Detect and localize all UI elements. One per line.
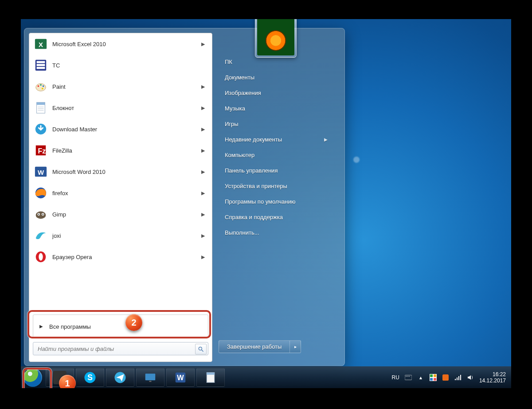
desktop-area[interactable]: XMicrosoft Excel 2010▶TCPaint▶Блокнот▶Do… (21, 19, 511, 388)
start-right-label: ПК (225, 59, 232, 65)
program-item[interactable]: Браузер Opera▶ (29, 246, 212, 267)
program-item[interactable]: XMicrosoft Excel 2010▶ (29, 33, 212, 55)
excel-icon: X (34, 37, 48, 51)
svg-rect-43 (408, 376, 408, 377)
shutdown-label: Завершение работы (219, 341, 289, 353)
program-item[interactable]: Download Master▶ (29, 118, 212, 140)
svg-rect-39 (207, 373, 215, 375)
program-label: FileZilla (52, 147, 197, 154)
svg-text:Fz: Fz (38, 147, 46, 155)
search-icon (198, 346, 204, 352)
program-item[interactable]: FzFileZilla▶ (29, 140, 212, 161)
tray-app-icon[interactable] (442, 374, 449, 381)
program-label: joxi (52, 232, 197, 239)
start-right-item[interactable]: Устройства и принтеры (219, 178, 334, 194)
svg-point-8 (40, 84, 42, 86)
program-item[interactable]: Gimp▶ (29, 204, 212, 225)
search-button[interactable] (195, 344, 207, 354)
svg-text:S: S (87, 373, 93, 382)
recent-programs-list: XMicrosoft Excel 2010▶TCPaint▶Блокнот▶Do… (29, 33, 212, 311)
program-label: Download Master (52, 126, 197, 133)
svg-point-7 (38, 85, 39, 87)
program-item[interactable]: WMicrosoft Word 2010▶ (29, 161, 212, 182)
start-right-item[interactable]: Справка и поддержка (219, 209, 334, 225)
start-right-item[interactable]: Выполнить... (219, 225, 334, 240)
skype-icon: S (83, 371, 97, 384)
program-label: Блокнот (52, 105, 197, 111)
svg-rect-50 (460, 375, 461, 380)
svg-rect-40 (405, 375, 412, 380)
submenu-arrow-icon: ▶ (201, 84, 206, 90)
svg-point-29 (199, 347, 202, 350)
start-right-item[interactable]: Панель управления (219, 163, 334, 178)
start-right-item[interactable]: Музыка (219, 101, 334, 116)
start-right-item[interactable]: Игры (219, 116, 334, 132)
submenu-arrow-icon: ▶ (324, 137, 328, 142)
start-menu-right-panel: ПКДокументыИзображенияМузыкаИгрыНедавние… (219, 54, 334, 358)
svg-rect-4 (37, 64, 45, 66)
taskbar-item-telegram[interactable] (106, 368, 134, 387)
shutdown-options-button[interactable]: ▸ (289, 341, 301, 353)
search-input[interactable] (33, 342, 208, 355)
start-right-label: Программы по умолчанию (225, 198, 295, 205)
taskbar-item-notepad[interactable] (196, 368, 225, 387)
user-avatar-frame[interactable] (255, 19, 297, 58)
program-item[interactable]: firefox▶ (29, 182, 212, 204)
keyboard-icon[interactable] (405, 374, 412, 381)
submenu-arrow-icon: ▶ (201, 190, 206, 196)
monitor-icon (144, 371, 157, 384)
program-label: Gimp (52, 211, 197, 218)
program-label: firefox (52, 190, 197, 197)
svg-rect-46 (442, 374, 449, 381)
svg-rect-5 (37, 67, 45, 69)
program-label: TC (52, 62, 197, 69)
submenu-arrow-icon: ▶ (201, 126, 206, 132)
start-right-item[interactable]: Документы (219, 70, 334, 85)
user-avatar-icon (257, 19, 294, 55)
dm-icon (34, 122, 48, 136)
opera-icon (34, 250, 48, 264)
start-right-item[interactable]: Программы по умолчанию (219, 194, 334, 209)
svg-text:X: X (39, 41, 43, 48)
program-item[interactable]: Paint▶ (29, 76, 212, 97)
start-right-label: Музыка (225, 105, 245, 112)
start-right-item[interactable]: Недавние документы▶ (219, 132, 334, 147)
svg-point-10 (42, 88, 43, 90)
taskbar-item-monitor[interactable] (136, 368, 164, 387)
start-right-label: Панель управления (225, 167, 278, 174)
svg-point-28 (39, 253, 43, 261)
svg-point-9 (43, 85, 44, 87)
notepad-icon (34, 101, 48, 115)
submenu-arrow-icon: ▶ (201, 41, 206, 47)
submenu-arrow-icon: ▶ (201, 233, 206, 239)
joxi-icon (34, 228, 48, 243)
gimp-icon (34, 207, 48, 221)
program-item[interactable]: TC (29, 55, 212, 76)
volume-icon[interactable] (467, 374, 474, 381)
shutdown-button[interactable]: Завершение работы ▸ (219, 340, 301, 353)
tray-chevron-icon[interactable]: ▴ (417, 374, 424, 381)
language-indicator[interactable]: RU (392, 374, 399, 381)
start-right-item[interactable]: ПК (219, 54, 334, 70)
program-item[interactable]: joxi▶ (29, 225, 212, 246)
program-label: Браузер Opera (52, 254, 197, 260)
svg-rect-44 (409, 376, 410, 377)
program-label: Microsoft Word 2010 (52, 169, 197, 175)
program-label: Microsoft Excel 2010 (52, 41, 197, 47)
start-right-item[interactable]: Компьютер (219, 147, 334, 163)
start-right-label: Выполнить... (225, 229, 259, 236)
svg-rect-35 (149, 381, 152, 382)
program-item[interactable]: Блокнот▶ (29, 97, 212, 118)
word-icon: W (174, 371, 187, 384)
system-tray: RU ▴ 16:22 14.12.2017 (388, 371, 511, 384)
svg-rect-34 (145, 374, 156, 380)
flag-icon[interactable] (430, 374, 437, 381)
svg-point-22 (36, 211, 46, 219)
network-icon[interactable] (454, 374, 462, 381)
paint-icon (34, 79, 48, 94)
clock[interactable]: 16:22 14.12.2017 (479, 371, 508, 384)
taskbar-item-word[interactable]: W (166, 368, 195, 387)
taskbar-item-skype[interactable]: S (76, 368, 104, 387)
filezilla-icon: Fz (34, 143, 48, 157)
start-right-item[interactable]: Изображения (219, 85, 334, 101)
